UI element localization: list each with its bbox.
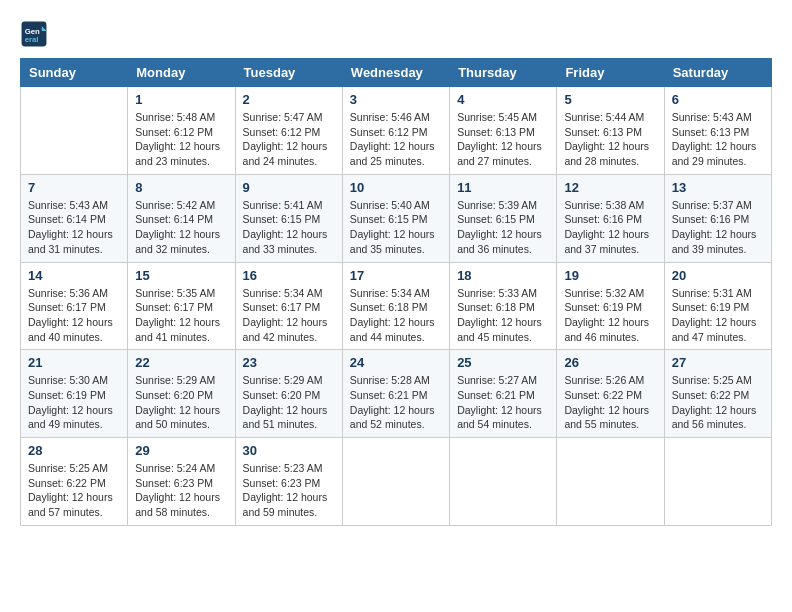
day-info: Sunrise: 5:34 AM Sunset: 6:18 PM Dayligh… <box>350 286 442 345</box>
day-number: 8 <box>135 180 227 195</box>
calendar-week-row: 21Sunrise: 5:30 AM Sunset: 6:19 PM Dayli… <box>21 350 772 438</box>
day-info: Sunrise: 5:44 AM Sunset: 6:13 PM Dayligh… <box>564 110 656 169</box>
page-header: Gen eral <box>20 20 772 48</box>
day-info: Sunrise: 5:46 AM Sunset: 6:12 PM Dayligh… <box>350 110 442 169</box>
day-number: 29 <box>135 443 227 458</box>
day-number: 3 <box>350 92 442 107</box>
svg-text:eral: eral <box>25 35 39 44</box>
day-info: Sunrise: 5:25 AM Sunset: 6:22 PM Dayligh… <box>28 461 120 520</box>
day-info: Sunrise: 5:33 AM Sunset: 6:18 PM Dayligh… <box>457 286 549 345</box>
calendar-cell: 28Sunrise: 5:25 AM Sunset: 6:22 PM Dayli… <box>21 438 128 526</box>
day-number: 27 <box>672 355 764 370</box>
calendar-cell: 19Sunrise: 5:32 AM Sunset: 6:19 PM Dayli… <box>557 262 664 350</box>
day-info: Sunrise: 5:45 AM Sunset: 6:13 PM Dayligh… <box>457 110 549 169</box>
calendar-header-row: SundayMondayTuesdayWednesdayThursdayFrid… <box>21 59 772 87</box>
logo-icon: Gen eral <box>20 20 48 48</box>
calendar-cell: 25Sunrise: 5:27 AM Sunset: 6:21 PM Dayli… <box>450 350 557 438</box>
day-number: 15 <box>135 268 227 283</box>
calendar-cell: 16Sunrise: 5:34 AM Sunset: 6:17 PM Dayli… <box>235 262 342 350</box>
day-info: Sunrise: 5:48 AM Sunset: 6:12 PM Dayligh… <box>135 110 227 169</box>
day-number: 4 <box>457 92 549 107</box>
day-number: 10 <box>350 180 442 195</box>
day-number: 12 <box>564 180 656 195</box>
day-number: 9 <box>243 180 335 195</box>
calendar-cell: 22Sunrise: 5:29 AM Sunset: 6:20 PM Dayli… <box>128 350 235 438</box>
day-info: Sunrise: 5:31 AM Sunset: 6:19 PM Dayligh… <box>672 286 764 345</box>
day-number: 30 <box>243 443 335 458</box>
calendar-cell: 3Sunrise: 5:46 AM Sunset: 6:12 PM Daylig… <box>342 87 449 175</box>
calendar-cell: 8Sunrise: 5:42 AM Sunset: 6:14 PM Daylig… <box>128 174 235 262</box>
calendar-cell: 14Sunrise: 5:36 AM Sunset: 6:17 PM Dayli… <box>21 262 128 350</box>
day-number: 1 <box>135 92 227 107</box>
day-info: Sunrise: 5:24 AM Sunset: 6:23 PM Dayligh… <box>135 461 227 520</box>
day-info: Sunrise: 5:42 AM Sunset: 6:14 PM Dayligh… <box>135 198 227 257</box>
calendar-cell: 4Sunrise: 5:45 AM Sunset: 6:13 PM Daylig… <box>450 87 557 175</box>
day-info: Sunrise: 5:29 AM Sunset: 6:20 PM Dayligh… <box>135 373 227 432</box>
logo: Gen eral <box>20 20 52 48</box>
col-header-friday: Friday <box>557 59 664 87</box>
day-info: Sunrise: 5:39 AM Sunset: 6:15 PM Dayligh… <box>457 198 549 257</box>
calendar-cell: 7Sunrise: 5:43 AM Sunset: 6:14 PM Daylig… <box>21 174 128 262</box>
calendar-cell: 26Sunrise: 5:26 AM Sunset: 6:22 PM Dayli… <box>557 350 664 438</box>
calendar-week-row: 14Sunrise: 5:36 AM Sunset: 6:17 PM Dayli… <box>21 262 772 350</box>
calendar-cell: 17Sunrise: 5:34 AM Sunset: 6:18 PM Dayli… <box>342 262 449 350</box>
day-number: 22 <box>135 355 227 370</box>
day-number: 11 <box>457 180 549 195</box>
day-info: Sunrise: 5:36 AM Sunset: 6:17 PM Dayligh… <box>28 286 120 345</box>
calendar-cell <box>342 438 449 526</box>
calendar-cell: 21Sunrise: 5:30 AM Sunset: 6:19 PM Dayli… <box>21 350 128 438</box>
day-number: 16 <box>243 268 335 283</box>
day-number: 17 <box>350 268 442 283</box>
calendar-cell: 1Sunrise: 5:48 AM Sunset: 6:12 PM Daylig… <box>128 87 235 175</box>
day-info: Sunrise: 5:43 AM Sunset: 6:14 PM Dayligh… <box>28 198 120 257</box>
day-number: 6 <box>672 92 764 107</box>
calendar-week-row: 7Sunrise: 5:43 AM Sunset: 6:14 PM Daylig… <box>21 174 772 262</box>
calendar-cell: 5Sunrise: 5:44 AM Sunset: 6:13 PM Daylig… <box>557 87 664 175</box>
day-info: Sunrise: 5:29 AM Sunset: 6:20 PM Dayligh… <box>243 373 335 432</box>
day-info: Sunrise: 5:28 AM Sunset: 6:21 PM Dayligh… <box>350 373 442 432</box>
calendar-week-row: 1Sunrise: 5:48 AM Sunset: 6:12 PM Daylig… <box>21 87 772 175</box>
calendar-table: SundayMondayTuesdayWednesdayThursdayFrid… <box>20 58 772 526</box>
calendar-cell <box>557 438 664 526</box>
col-header-thursday: Thursday <box>450 59 557 87</box>
calendar-cell: 15Sunrise: 5:35 AM Sunset: 6:17 PM Dayli… <box>128 262 235 350</box>
calendar-week-row: 28Sunrise: 5:25 AM Sunset: 6:22 PM Dayli… <box>21 438 772 526</box>
calendar-cell: 29Sunrise: 5:24 AM Sunset: 6:23 PM Dayli… <box>128 438 235 526</box>
day-info: Sunrise: 5:32 AM Sunset: 6:19 PM Dayligh… <box>564 286 656 345</box>
day-number: 21 <box>28 355 120 370</box>
day-info: Sunrise: 5:30 AM Sunset: 6:19 PM Dayligh… <box>28 373 120 432</box>
calendar-cell: 11Sunrise: 5:39 AM Sunset: 6:15 PM Dayli… <box>450 174 557 262</box>
day-info: Sunrise: 5:35 AM Sunset: 6:17 PM Dayligh… <box>135 286 227 345</box>
col-header-tuesday: Tuesday <box>235 59 342 87</box>
day-info: Sunrise: 5:37 AM Sunset: 6:16 PM Dayligh… <box>672 198 764 257</box>
calendar-cell: 12Sunrise: 5:38 AM Sunset: 6:16 PM Dayli… <box>557 174 664 262</box>
day-number: 20 <box>672 268 764 283</box>
day-number: 2 <box>243 92 335 107</box>
day-info: Sunrise: 5:41 AM Sunset: 6:15 PM Dayligh… <box>243 198 335 257</box>
day-number: 19 <box>564 268 656 283</box>
day-info: Sunrise: 5:47 AM Sunset: 6:12 PM Dayligh… <box>243 110 335 169</box>
calendar-cell: 13Sunrise: 5:37 AM Sunset: 6:16 PM Dayli… <box>664 174 771 262</box>
day-info: Sunrise: 5:23 AM Sunset: 6:23 PM Dayligh… <box>243 461 335 520</box>
day-number: 26 <box>564 355 656 370</box>
calendar-cell <box>664 438 771 526</box>
col-header-sunday: Sunday <box>21 59 128 87</box>
calendar-cell: 27Sunrise: 5:25 AM Sunset: 6:22 PM Dayli… <box>664 350 771 438</box>
day-number: 28 <box>28 443 120 458</box>
day-number: 25 <box>457 355 549 370</box>
calendar-cell: 10Sunrise: 5:40 AM Sunset: 6:15 PM Dayli… <box>342 174 449 262</box>
calendar-cell: 18Sunrise: 5:33 AM Sunset: 6:18 PM Dayli… <box>450 262 557 350</box>
col-header-saturday: Saturday <box>664 59 771 87</box>
col-header-wednesday: Wednesday <box>342 59 449 87</box>
day-number: 18 <box>457 268 549 283</box>
day-number: 14 <box>28 268 120 283</box>
calendar-cell <box>450 438 557 526</box>
calendar-cell: 9Sunrise: 5:41 AM Sunset: 6:15 PM Daylig… <box>235 174 342 262</box>
calendar-cell: 24Sunrise: 5:28 AM Sunset: 6:21 PM Dayli… <box>342 350 449 438</box>
day-info: Sunrise: 5:25 AM Sunset: 6:22 PM Dayligh… <box>672 373 764 432</box>
calendar-cell: 23Sunrise: 5:29 AM Sunset: 6:20 PM Dayli… <box>235 350 342 438</box>
day-number: 24 <box>350 355 442 370</box>
day-info: Sunrise: 5:38 AM Sunset: 6:16 PM Dayligh… <box>564 198 656 257</box>
day-info: Sunrise: 5:43 AM Sunset: 6:13 PM Dayligh… <box>672 110 764 169</box>
day-number: 23 <box>243 355 335 370</box>
